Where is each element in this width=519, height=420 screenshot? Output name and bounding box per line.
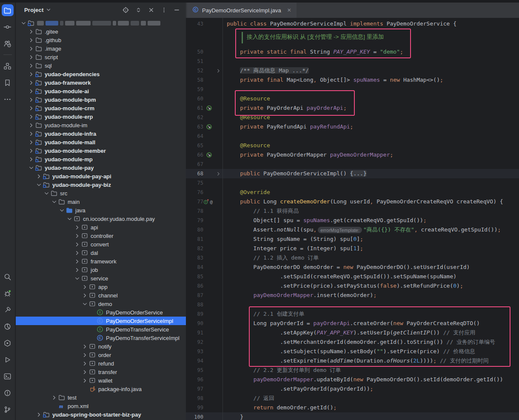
tree-item-script[interactable]: script [16, 53, 186, 61]
code-line-82[interactable]: 82 Integer price = (Integer) spu[1]; [186, 244, 519, 253]
code-line-63[interactable]: 63 private PayRefundApi payRefundApi; [186, 122, 519, 131]
tree-item-.image[interactable]: .image [16, 44, 186, 53]
tree-item-yudao-module-pay-api[interactable]: yudao-module-pay-api [16, 172, 186, 180]
tree-item-yudao-module-bpm[interactable]: yudao-module-bpm [16, 95, 186, 104]
code-line-68[interactable]: 68 public PayDemoOrderServiceImpl() {...… [186, 169, 519, 178]
tree-item-PayDemoTransferServiceImpl[interactable]: CPayDemoTransferServiceImpl [16, 334, 186, 342]
run-icon[interactable] [2, 354, 14, 366]
tree-item-java[interactable]: java [16, 206, 186, 214]
fold-arrow-icon[interactable] [214, 171, 222, 177]
tree-item-transfer[interactable]: transfer [16, 368, 186, 376]
tree-item-yudao-module-pay[interactable]: yudao-module-pay [16, 163, 186, 172]
code-line-76[interactable]: 76 @Override [186, 188, 519, 197]
code-line-77[interactable]: 77I@ public Long createDemoOrder(Long us… [186, 197, 519, 206]
tree-item-src[interactable]: src [16, 189, 186, 197]
locate-file-icon[interactable] [123, 7, 129, 13]
code-line-93[interactable]: 93 .setSubject(spuName).setBody("").setP… [186, 347, 519, 356]
options-icon[interactable] [161, 7, 167, 13]
chevron-closed-icon[interactable] [81, 343, 88, 350]
tree-item-convert[interactable]: convert [16, 240, 186, 249]
tree-item-notify[interactable]: notify [16, 342, 186, 351]
code-line-60[interactable]: 60 @Resource [186, 94, 519, 103]
chevron-closed-icon[interactable] [28, 147, 35, 154]
tree-item-yudao-module-ai[interactable]: yudao-module-ai [16, 87, 186, 95]
build-icon[interactable] [2, 304, 14, 316]
chevron-open-icon[interactable] [20, 20, 27, 26]
spring-gutter-icon[interactable] [203, 105, 214, 111]
chevron-closed-icon[interactable] [74, 249, 81, 256]
tree-item-service[interactable]: service [16, 274, 186, 283]
code-line-80[interactable]: 80 Assert.notNull(spu,errorMsgTemplate:"… [186, 225, 519, 234]
tree-item-cn.iocoder.yudao.module.pay[interactable]: cn.iocoder.yudao.module.pay [16, 214, 186, 223]
code-line-79[interactable]: 79 Object[] spu = spuNames.get(createReq… [186, 216, 519, 225]
code-line-81[interactable]: 81 String spuName = (String) spu[0]; [186, 234, 519, 244]
code-line-94[interactable]: 94 .setExpireTime(addTime(Duration.ofHou… [186, 356, 519, 366]
tree-item-dal[interactable]: dal [16, 249, 186, 257]
chevron-closed-icon[interactable] [28, 45, 35, 52]
debug-icon[interactable] [2, 287, 14, 299]
tree-item-refund[interactable]: refund [16, 359, 186, 368]
tree-item-framework[interactable]: framework [16, 257, 186, 266]
chevron-closed-icon[interactable] [28, 54, 35, 60]
code-line-67[interactable]: 67 [186, 160, 519, 169]
tree-item-project-root[interactable] [16, 19, 186, 27]
tree-item-.gitee[interactable]: .gitee [16, 27, 186, 36]
fold-arrow-icon[interactable] [214, 68, 222, 74]
code-line-89[interactable]: 89 // 2.1 创建支付单 [186, 309, 519, 319]
tree-item-PayDemoOrderService[interactable]: IPayDemoOrderService [16, 308, 186, 317]
tree-item-yudao-dependencies[interactable]: yudao-dependencies [16, 70, 186, 78]
chevron-closed-icon[interactable] [28, 71, 35, 77]
structure-icon[interactable] [2, 60, 14, 72]
chevron-closed-icon[interactable] [28, 28, 35, 35]
code-line-100[interactable]: 100 } [186, 412, 519, 420]
chevron-closed-icon[interactable] [28, 130, 35, 137]
code-line-85[interactable]: 85 .setSpuId(createReqVO.getSpuId()).set… [186, 272, 519, 281]
services-icon[interactable] [2, 337, 14, 349]
spring-gutter-icon[interactable] [203, 123, 214, 130]
code-line-52[interactable]: 52 /** 商品信息 Map ...*/ [186, 66, 519, 75]
code-line-91[interactable]: 91 .setAppKey(PAY_APP_KEY).setUserIp(get… [186, 328, 519, 337]
chevron-closed-icon[interactable] [28, 96, 35, 103]
chevron-closed-icon[interactable] [28, 139, 35, 146]
code-line-84[interactable]: 84 PayDemoOrderDO demoOrder = new PayDem… [186, 263, 519, 272]
chevron-open-icon[interactable] [28, 164, 35, 171]
profiler-icon[interactable] [2, 320, 14, 332]
chevron-closed-icon[interactable] [81, 369, 88, 375]
chevron-open-icon[interactable] [43, 190, 50, 197]
hide-panel-icon[interactable] [174, 7, 180, 13]
code-line-58[interactable]: 58 private final Map<Long, Object[]> spu… [186, 75, 519, 85]
code-line-95[interactable]: 95 // 2.2 更新支付单到 demo 订单 [186, 366, 519, 375]
chevron-closed-icon[interactable] [74, 232, 81, 239]
tree-item-api[interactable]: api [16, 223, 186, 231]
tree-item-yudao-module-crm[interactable]: yudao-module-crm [16, 104, 186, 112]
code-line-65[interactable]: 65 @Resource [186, 141, 519, 150]
tree-item-yudao-module-mp[interactable]: yudao-module-mp [16, 155, 186, 163]
chevron-closed-icon[interactable] [51, 394, 58, 401]
chevron-closed-icon[interactable] [28, 88, 35, 94]
tree-item-controller[interactable]: controller [16, 231, 186, 240]
tree-item-job[interactable]: job [16, 266, 186, 274]
chevron-open-icon[interactable] [74, 275, 81, 282]
chevron-open-icon[interactable] [81, 300, 88, 307]
tree-item-yudao-module-mall[interactable]: yudao-module-mall [16, 138, 186, 146]
code-line-96[interactable]: 96 payDemoOrderMapper.updateById(new Pay… [186, 375, 519, 384]
tree-item-yudao-module-infra[interactable]: yudao-module-infra [16, 129, 186, 138]
code-line-92[interactable]: 92 .setMerchantOrderId(demoOrder.getId()… [186, 337, 519, 347]
code-line-64[interactable]: 64 [186, 131, 519, 141]
tree-item-yudao-spring-boot-starter-biz-pay[interactable]: yudao-spring-boot-starter-biz-pay [16, 410, 186, 419]
code-line-90[interactable]: 90 Long payOrderId = payOrderApi.createO… [186, 319, 519, 328]
code-line-83[interactable]: 83 // 1.2 插入 demo 订单 [186, 253, 519, 263]
code-line-87[interactable]: 87 payDemoOrderMapper.insert(demoOrder); [186, 291, 519, 300]
chevron-closed-icon[interactable] [35, 173, 43, 180]
tree-item-yudao-framework[interactable]: yudao-framework [16, 78, 186, 87]
tree-item-PayDemoOrderServiceImpl[interactable]: CPayDemoOrderServiceImpl [16, 317, 186, 325]
code-line-88[interactable]: 88 [186, 300, 519, 309]
tree-item-package-info.java[interactable]: package-info.java [16, 385, 186, 393]
chevron-closed-icon[interactable] [74, 241, 81, 248]
code-line-51[interactable]: 51 [186, 57, 519, 66]
tree-item-.github[interactable]: .github [16, 36, 186, 44]
tree-item-app[interactable]: app [16, 283, 186, 291]
expand-collapse-icon[interactable] [135, 7, 142, 13]
terminal-icon[interactable] [2, 370, 14, 382]
collapse-all-icon[interactable] [148, 7, 154, 13]
